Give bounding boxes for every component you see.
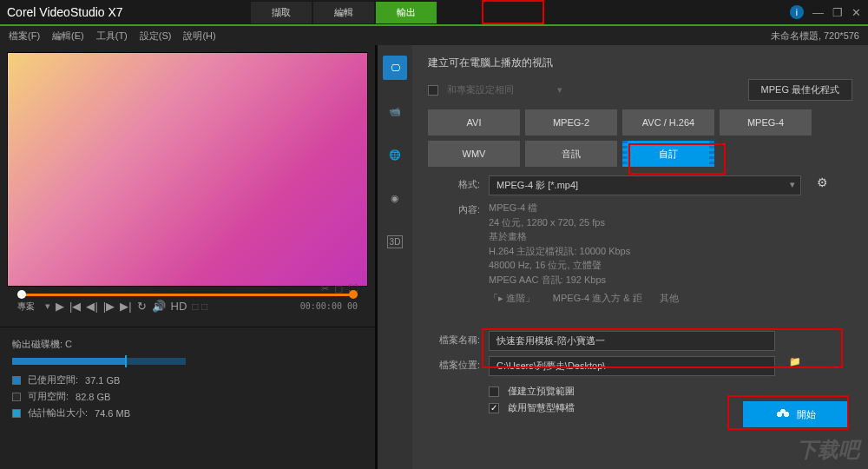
play-icon[interactable]: ▶: [56, 300, 64, 313]
monitor-icon: 🖵: [391, 63, 400, 73]
dropdown-icon: ▾: [557, 84, 562, 96]
disc-icon: ◉: [391, 193, 399, 204]
sidetab-3d[interactable]: 3D: [383, 229, 407, 254]
same-as-project-label: 和專案設定相同: [447, 83, 514, 96]
loop-icon[interactable]: ↻: [137, 300, 147, 313]
mode-dropdown-icon[interactable]: ▾: [45, 301, 50, 312]
format-audio[interactable]: 音訊: [525, 141, 617, 167]
menu-file[interactable]: 檔案(F): [9, 30, 40, 43]
format-avc[interactable]: AVC / H.264: [622, 109, 714, 135]
globe-icon: 🌐: [389, 149, 401, 161]
playback-mode[interactable]: 專案: [17, 301, 35, 313]
timecode[interactable]: 00:00:00 00: [300, 301, 358, 311]
smart-render-checkbox[interactable]: [489, 403, 499, 413]
preview-canvas: [7, 52, 368, 287]
storage-used-row: 已使用空間:37.1 GB: [12, 373, 363, 386]
menu-settings[interactable]: 設定(S): [140, 30, 172, 43]
info-footer: 「▸ 進階」 MPEG-4 進入方 & 距 其他: [489, 292, 852, 305]
minimize-button[interactable]: —: [812, 6, 824, 19]
smart-render-label: 啟用智慧型轉檔: [508, 401, 575, 414]
format-mpeg4[interactable]: MPEG-4: [720, 109, 812, 135]
storage-free-row: 可用空間:82.8 GB: [12, 390, 363, 403]
content-label: 內容:: [428, 201, 480, 216]
watermark: 下载吧: [797, 436, 859, 464]
output-heading: 建立可在電腦上播放的視訊: [428, 56, 852, 70]
format-select[interactable]: MPEG-4 影 [*.mp4]: [489, 175, 801, 195]
est-swatch: [12, 409, 21, 418]
preview-only-label: 僅建立預覽範圍: [508, 385, 575, 398]
start-button[interactable]: 開始: [743, 401, 847, 427]
storage-title: 輸出磁碟機: C: [12, 338, 363, 351]
tab-capture[interactable]: 擷取: [251, 2, 312, 23]
tab-edit[interactable]: 編輯: [313, 2, 374, 23]
free-swatch: [12, 393, 21, 401]
sidetab-device[interactable]: 📹: [383, 99, 407, 123]
project-status: 未命名標題, 720*576: [771, 30, 859, 43]
filelocation-input[interactable]: C:\Users\列夢走\Desktop\: [489, 356, 775, 376]
next-icon[interactable]: ▶|: [120, 300, 131, 313]
step-back-icon[interactable]: ◀|: [86, 300, 97, 313]
info-icon[interactable]: i: [790, 5, 804, 19]
filename-label: 檔案名稱:: [428, 331, 480, 347]
3d-icon: 3D: [387, 235, 404, 248]
camera-icon: 📹: [389, 106, 401, 117]
format-avi[interactable]: AVI: [428, 109, 520, 135]
gear-icon[interactable]: ⚙: [817, 175, 828, 189]
sidetab-disc[interactable]: ◉: [383, 186, 407, 210]
format-label: 格式:: [428, 175, 480, 191]
marker-icons: □ □: [192, 301, 207, 313]
format-mpeg2[interactable]: MPEG-2: [525, 109, 617, 135]
format-info: MPEG-4 檔 24 位元, 1280 x 720, 25 fps 基於畫格 …: [489, 201, 630, 287]
used-swatch: [12, 376, 21, 385]
preview-only-checkbox[interactable]: [489, 386, 499, 397]
filename-input[interactable]: 快速套用模板-陪小寶邁一: [489, 331, 775, 351]
sidetab-computer[interactable]: 🖵: [383, 56, 407, 80]
close-button[interactable]: ✕: [852, 6, 861, 19]
timeline-scrubber[interactable]: [14, 290, 361, 301]
menu-edit[interactable]: 編輯(E): [52, 30, 84, 43]
maximize-button[interactable]: ❐: [832, 6, 843, 19]
filelocation-label: 檔案位置:: [428, 356, 480, 372]
prev-icon[interactable]: |◀: [69, 300, 81, 313]
tab-output[interactable]: 輸出: [376, 2, 437, 23]
same-as-project-checkbox[interactable]: [428, 85, 438, 96]
mpeg-optimizer-button[interactable]: MPEG 最佳化程式: [748, 79, 852, 101]
volume-icon[interactable]: 🔊: [152, 300, 166, 313]
format-custom[interactable]: 自訂: [622, 141, 714, 167]
menu-help[interactable]: 說明(H): [183, 30, 215, 43]
storage-bar: [12, 358, 186, 365]
format-wmv[interactable]: WMV: [428, 141, 520, 167]
hd-toggle[interactable]: HD: [171, 300, 187, 313]
storage-est-row: 估計輸出大小:74.6 MB: [12, 406, 363, 419]
step-fwd-icon[interactable]: |▶: [103, 300, 115, 313]
menu-tools[interactable]: 工具(T): [96, 30, 128, 43]
sidetab-web[interactable]: 🌐: [383, 142, 407, 167]
app-title: Corel VideoStudio X7: [7, 5, 123, 19]
browse-folder-icon[interactable]: 📁: [789, 356, 801, 367]
